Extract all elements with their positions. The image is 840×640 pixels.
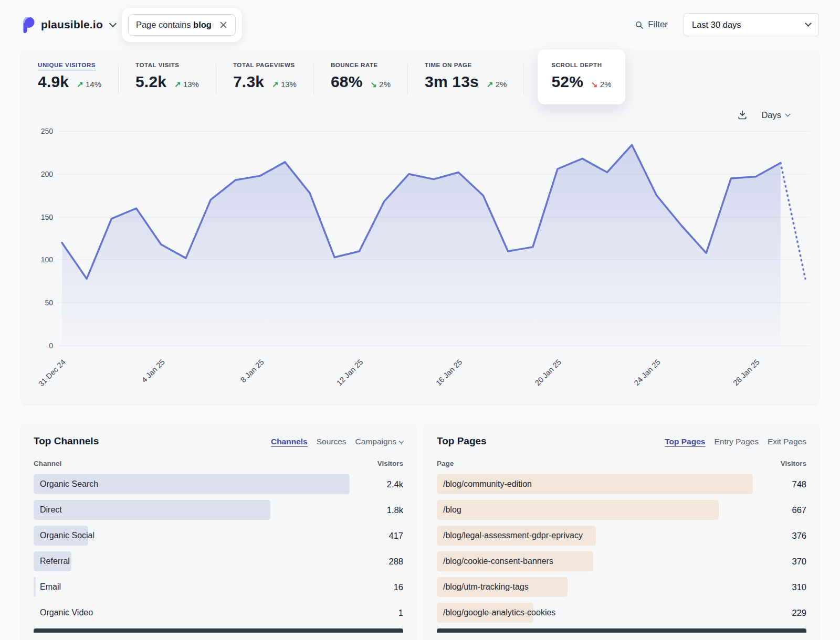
row-label[interactable]: /blog/legal-assessment-gdpr-eprivacy	[437, 526, 759, 546]
table-row[interactable]: Organic Video1	[34, 603, 403, 623]
metric-scroll-depth[interactable]: SCROLL DEPTH52%↘ 2%	[551, 62, 611, 91]
header: plausible.io Page contains blog	[0, 0, 840, 49]
download-icon[interactable]	[737, 110, 748, 120]
metric-label: TIME ON PAGE	[425, 62, 507, 68]
tab-top-pages[interactable]: Top Pages	[665, 437, 705, 446]
pages-tabs: Top Pages Entry Pages Exit Pages	[665, 437, 806, 446]
row-label[interactable]: /blog	[437, 500, 759, 520]
row-value: 748	[759, 479, 806, 489]
row-label[interactable]: Email	[34, 577, 356, 597]
table-row[interactable]: /blog/google-analytics-cookies229	[437, 603, 806, 623]
chevron-down-icon	[109, 19, 117, 27]
metric-change: ↘ 2%	[591, 80, 611, 89]
column-channel: Channel	[34, 460, 61, 467]
table-row[interactable]: /blog/cookie-consent-banners370	[437, 551, 806, 571]
date-range-select[interactable]: Last 30 days	[684, 13, 819, 36]
metric-total-pageviews[interactable]: TOTAL PAGEVIEWS7.3k↗ 13%	[233, 62, 297, 91]
stat-divider	[313, 64, 314, 94]
analytics-panel: UNIQUE VISITORS4.9k↗ 14%TOTAL VISITS5.2k…	[21, 49, 819, 404]
stat-divider	[216, 64, 216, 94]
metric-total-visits[interactable]: TOTAL VISITS5.2k↗ 13%	[135, 62, 199, 91]
svg-text:8 Jan 25: 8 Jan 25	[239, 358, 266, 385]
table-row[interactable]: Organic Social417	[34, 526, 403, 546]
table-header: Page Visitors	[437, 460, 806, 467]
interval-select[interactable]: Days	[761, 110, 790, 120]
svg-text:12 Jan 25: 12 Jan 25	[335, 358, 364, 387]
metric-value: 52%	[551, 73, 583, 91]
metric-value: 3m 13s	[425, 73, 479, 91]
row-label[interactable]: /blog/cookie-consent-banners	[437, 551, 759, 571]
table-row[interactable]: /blog/community-edition748	[437, 474, 806, 494]
tab-entry-pages[interactable]: Entry Pages	[714, 437, 758, 446]
svg-text:28 Jan 25: 28 Jan 25	[731, 358, 761, 387]
row-label[interactable]: Direct	[34, 500, 356, 520]
table-row[interactable]: Direct1.8k	[34, 500, 403, 520]
site-name: plausible.io	[41, 18, 103, 31]
next-row-cutoff	[34, 628, 403, 633]
scroll-depth-highlight: SCROLL DEPTH52%↘ 2%	[538, 49, 625, 104]
svg-text:0: 0	[49, 342, 53, 350]
search-icon	[635, 20, 644, 29]
metric-unique-visitors[interactable]: UNIQUE VISITORS4.9k↗ 14%	[38, 62, 101, 91]
channels-tabs: Channels Sources Campaigns	[271, 437, 403, 446]
row-label[interactable]: Organic Video	[34, 603, 356, 623]
svg-text:100: 100	[41, 255, 54, 264]
metric-value: 4.9k	[38, 73, 69, 91]
visitors-chart[interactable]: 05010015020025031 Dec 244 Jan 258 Jan 25…	[21, 123, 819, 391]
svg-text:250: 250	[41, 127, 54, 135]
stat-divider	[407, 64, 408, 94]
row-value: 370	[759, 557, 806, 567]
row-value: 1.8k	[356, 505, 403, 515]
row-label[interactable]: Organic Social	[34, 526, 356, 546]
tab-channels[interactable]: Channels	[271, 437, 308, 446]
row-label[interactable]: /blog/google-analytics-cookies	[437, 603, 759, 623]
card-title: Top Channels	[34, 435, 99, 447]
tab-exit-pages[interactable]: Exit Pages	[768, 437, 806, 446]
table-row[interactable]: /blog/legal-assessment-gdpr-eprivacy376	[437, 526, 806, 546]
svg-text:50: 50	[45, 298, 53, 307]
remove-filter-icon[interactable]	[219, 20, 228, 29]
trend-arrow-icon: ↗	[77, 80, 83, 89]
table-row[interactable]: Referral288	[34, 551, 403, 571]
filter-button-label: Filter	[648, 19, 668, 30]
row-label[interactable]: /blog/community-edition	[437, 474, 759, 494]
pages-list: /blog/community-edition748/blog667/blog/…	[437, 474, 806, 623]
trend-arrow-icon: ↘	[591, 80, 598, 89]
table-row[interactable]: Organic Search2.4k	[34, 474, 403, 494]
svg-text:20 Jan 25: 20 Jan 25	[533, 358, 563, 387]
next-row-cutoff	[437, 628, 806, 633]
plausible-dashboard: plausible.io Page contains blog	[0, 0, 840, 640]
svg-text:200: 200	[41, 170, 54, 178]
table-row[interactable]: /blog/utm-tracking-tags310	[437, 577, 806, 597]
site-switcher[interactable]: plausible.io	[21, 16, 116, 33]
filter-button[interactable]: Filter	[635, 19, 668, 30]
row-label[interactable]: Referral	[34, 551, 356, 571]
row-value: 2.4k	[356, 479, 403, 489]
chevron-down-icon	[805, 20, 812, 27]
metric-label: BOUNCE RATE	[331, 62, 391, 68]
tab-sources[interactable]: Sources	[317, 437, 346, 446]
metric-label: TOTAL PAGEVIEWS	[233, 62, 297, 68]
active-filter-pill[interactable]: Page contains blog	[128, 14, 236, 36]
trend-arrow-icon: ↗	[487, 80, 494, 89]
interval-label: Days	[761, 110, 781, 120]
header-actions: Filter Last 30 days	[635, 13, 819, 36]
top-channels-card: Top Channels Channels Sources Campaigns …	[21, 422, 416, 640]
table-row[interactable]: /blog667	[437, 500, 806, 520]
svg-text:4 Jan 25: 4 Jan 25	[140, 358, 166, 385]
metric-label: UNIQUE VISITORS	[38, 62, 101, 68]
row-value: 1	[356, 608, 403, 618]
column-visitors: Visitors	[377, 460, 403, 467]
tab-campaigns[interactable]: Campaigns	[355, 437, 403, 446]
table-row[interactable]: Email16	[34, 577, 403, 597]
row-label[interactable]: /blog/utm-tracking-tags	[437, 577, 759, 597]
metric-bounce-rate[interactable]: BOUNCE RATE68%↘ 2%	[331, 62, 391, 91]
channels-list: Organic Search2.4kDirect1.8kOrganic Soci…	[34, 474, 403, 623]
chevron-down-icon	[399, 439, 404, 444]
card-title: Top Pages	[437, 435, 487, 447]
trend-arrow-icon: ↗	[174, 80, 181, 89]
plausible-logo-icon	[21, 16, 35, 33]
row-label[interactable]: Organic Search	[34, 474, 356, 494]
metric-time-on-page[interactable]: TIME ON PAGE3m 13s↗ 2%	[425, 62, 507, 91]
top-pages-card: Top Pages Top Pages Entry Pages Exit Pag…	[424, 422, 819, 640]
